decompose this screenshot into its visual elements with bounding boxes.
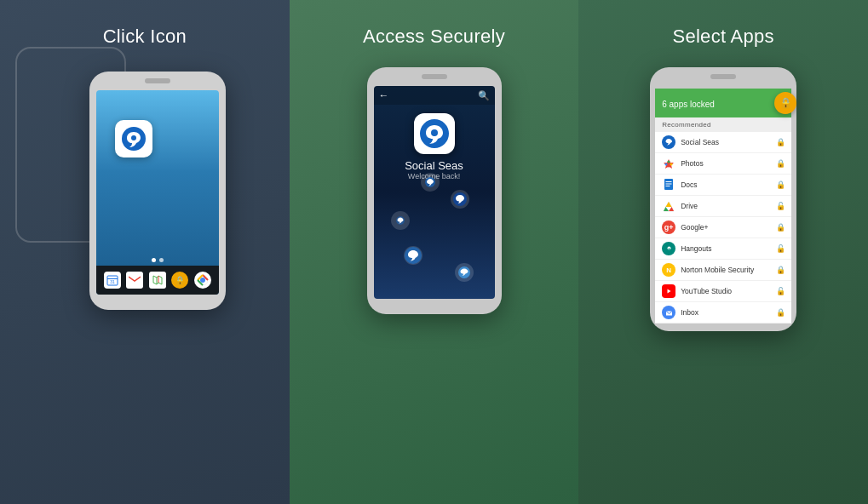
lock-gray-icon-hangouts: 🔓	[776, 244, 785, 253]
svg-rect-24	[666, 181, 672, 182]
app-icon-homescreen[interactable]	[115, 120, 152, 158]
docs-icon	[664, 179, 674, 191]
app-name-inbox: Inbox	[681, 308, 776, 317]
panel-1-title: Click Icon	[103, 26, 187, 48]
lock-green-icon-googleplus: 🔒	[776, 223, 785, 232]
svg-marker-28	[666, 202, 672, 207]
app-icon-googleplus: g+	[662, 220, 675, 234]
social-seas-list-icon	[664, 137, 674, 147]
maps-icon	[152, 274, 164, 286]
app-icon-large	[414, 113, 455, 154]
app-icon-docs	[662, 178, 675, 192]
lock-green-icon-docs: 🔒	[776, 180, 785, 189]
lock-indicator-photos: 🔒	[776, 159, 785, 168]
list-item[interactable]: g+ Google+ 🔒	[655, 217, 791, 238]
lock-fab-button[interactable]: 🔒	[774, 92, 796, 114]
lock-green-icon-inbox: 🔒	[776, 308, 785, 317]
svg-marker-29	[664, 207, 669, 211]
lock-green-icon: 🔒	[776, 138, 785, 146]
lock-indicator-googleplus: 🔒	[776, 223, 785, 232]
fab-lock-icon: 🔒	[779, 97, 792, 109]
googleplus-text: g+	[664, 223, 674, 232]
float-ss-icon-3	[404, 246, 423, 265]
app-name-norton: Norton Mobile Security	[681, 266, 776, 274]
phone-mockup-1: 31 🔒	[89, 72, 226, 310]
page-dots	[152, 258, 164, 262]
float-ss-icon-1	[424, 176, 436, 188]
svg-point-34	[668, 248, 670, 249]
svg-rect-5	[129, 276, 141, 284]
list-item[interactable]: YouTube Studio 🔓	[655, 281, 791, 302]
lock-icon: 🔒	[175, 276, 185, 285]
calendar-app-icon[interactable]: 31	[104, 272, 121, 289]
apps-locked-count: 6 apps locked	[662, 100, 715, 109]
float-icon-3	[404, 246, 423, 265]
floating-icons-container	[374, 164, 495, 299]
phone-3-screen: 6 apps locked 🔒 Recommended	[655, 89, 791, 323]
float-ss-icon-2	[452, 192, 468, 207]
social-seas-icon	[121, 126, 147, 152]
float-icon-1	[421, 173, 440, 192]
lock-green-icon-norton: 🔒	[776, 266, 785, 274]
app-name-hangouts: Hangouts	[681, 244, 776, 253]
list-item[interactable]: Social Seas 🔒	[655, 132, 791, 153]
list-item[interactable]: Photos 🔒	[655, 153, 791, 175]
float-ss-icon-4	[457, 266, 471, 279]
list-item[interactable]: N Norton Mobile Security 🔒	[655, 260, 791, 281]
gmail-icon	[129, 276, 141, 284]
svg-rect-26	[666, 186, 670, 186]
lock-indicator-youtube: 🔓	[776, 287, 785, 295]
chrome-app-icon[interactable]	[194, 272, 211, 289]
svg-point-20	[670, 163, 673, 166]
phone-2-topbar: ← 🔍	[374, 86, 495, 105]
panel-3-title: Select Apps	[672, 26, 774, 48]
inbox-icon	[664, 308, 674, 318]
app-icon-norton: N	[662, 263, 675, 277]
panel-access-securely: Access Securely ← 🔍 Social Seas Welcome …	[290, 0, 579, 504]
list-item[interactable]: Hangouts 🔓	[655, 238, 791, 260]
app-icon-hangouts	[662, 242, 675, 255]
app-icon-social-seas	[662, 135, 675, 149]
list-item[interactable]: Docs 🔒	[655, 175, 791, 196]
app-list: Social Seas 🔒	[655, 132, 791, 324]
lock-indicator-inbox: 🔒	[776, 308, 785, 317]
app-name-docs: Docs	[681, 180, 776, 189]
calendar-icon: 31	[106, 274, 118, 286]
apps-locked-header: 6 apps locked 🔒	[655, 89, 791, 117]
app-name-photos: Photos	[681, 159, 776, 168]
svg-point-10	[200, 278, 205, 283]
norton-text: N	[666, 266, 671, 274]
search-icon[interactable]: 🔍	[478, 90, 490, 101]
svg-marker-30	[669, 207, 674, 211]
dot-2	[159, 258, 164, 262]
phone-mockup-3: 6 apps locked 🔒 Recommended	[650, 67, 796, 331]
svg-text:31: 31	[110, 279, 115, 284]
back-arrow-icon[interactable]: ←	[379, 89, 389, 101]
app-name-drive: Drive	[681, 202, 776, 210]
youtube-icon	[664, 287, 674, 295]
lock-app-icon[interactable]: 🔒	[171, 272, 188, 289]
panel-click-icon: Click Icon	[0, 0, 290, 504]
chrome-icon	[197, 274, 209, 286]
social-seas-large-icon	[419, 118, 450, 149]
app-icon-photos	[662, 157, 675, 170]
svg-point-19	[668, 161, 670, 163]
hangouts-icon	[664, 244, 674, 254]
photos-icon	[663, 158, 675, 169]
app-icon-inbox	[662, 306, 675, 319]
maps-app-icon[interactable]	[149, 272, 166, 289]
list-item[interactable]: Inbox 🔒	[655, 302, 791, 324]
app-name-googleplus: Google+	[681, 223, 776, 232]
gmail-app-icon[interactable]	[126, 272, 143, 289]
svg-point-1	[131, 135, 136, 140]
bottom-app-bar: 31 🔒	[96, 266, 219, 295]
app-name-social-seas: Social Seas	[681, 138, 776, 146]
drive-icon	[663, 201, 675, 212]
list-item[interactable]: Drive 🔓	[655, 196, 791, 217]
float-icon-5	[391, 211, 410, 230]
svg-point-22	[665, 163, 668, 166]
float-icon-2	[451, 190, 469, 209]
float-ss-icon-5	[395, 215, 405, 226]
phone-1-screen: 31 🔒	[96, 90, 219, 295]
svg-point-21	[668, 165, 670, 168]
